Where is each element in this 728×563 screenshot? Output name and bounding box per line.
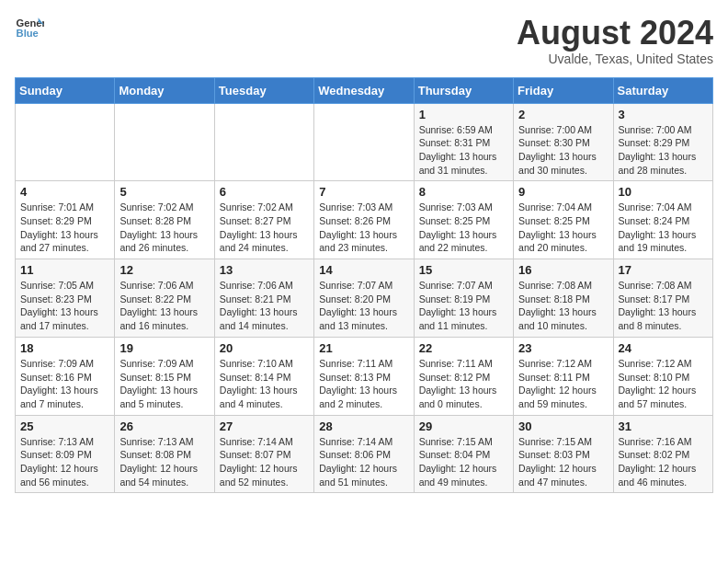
- day-number: 6: [220, 185, 309, 199]
- day-info: Sunrise: 7:14 AM Sunset: 8:07 PM Dayligh…: [220, 435, 309, 489]
- day-info: Sunrise: 7:12 AM Sunset: 8:11 PM Dayligh…: [518, 357, 608, 411]
- day-number: 27: [220, 419, 309, 433]
- calendar-cell: 26Sunrise: 7:13 AM Sunset: 8:08 PM Dayli…: [115, 415, 214, 493]
- day-number: 4: [20, 185, 109, 199]
- day-number: 5: [119, 185, 209, 199]
- logo: General Blue: [15, 15, 44, 40]
- calendar-cell: 4Sunrise: 7:01 AM Sunset: 8:29 PM Daylig…: [16, 181, 115, 259]
- calendar-cell: 16Sunrise: 7:08 AM Sunset: 8:18 PM Dayli…: [514, 259, 613, 338]
- day-info: Sunrise: 7:05 AM Sunset: 8:23 PM Dayligh…: [20, 279, 109, 333]
- day-number: 7: [319, 185, 408, 199]
- logo-icon: General Blue: [15, 15, 44, 40]
- calendar-week-2: 4Sunrise: 7:01 AM Sunset: 8:29 PM Daylig…: [16, 181, 713, 259]
- location: Uvalde, Texas, United States: [517, 52, 713, 66]
- calendar-week-4: 18Sunrise: 7:09 AM Sunset: 8:16 PM Dayli…: [16, 337, 713, 415]
- calendar-cell: 29Sunrise: 7:15 AM Sunset: 8:04 PM Dayli…: [414, 415, 513, 493]
- calendar-cell: [115, 103, 214, 181]
- calendar-table: SundayMondayTuesdayWednesdayThursdayFrid…: [15, 77, 713, 494]
- day-number: 29: [419, 419, 508, 433]
- day-number: 9: [518, 185, 608, 199]
- calendar-cell: 11Sunrise: 7:05 AM Sunset: 8:23 PM Dayli…: [16, 259, 115, 338]
- calendar-cell: 23Sunrise: 7:12 AM Sunset: 8:11 PM Dayli…: [514, 337, 613, 415]
- calendar-cell: 9Sunrise: 7:04 AM Sunset: 8:25 PM Daylig…: [514, 181, 613, 259]
- day-number: 21: [319, 341, 408, 355]
- calendar-cell: 19Sunrise: 7:09 AM Sunset: 8:15 PM Dayli…: [115, 337, 214, 415]
- calendar-cell: 12Sunrise: 7:06 AM Sunset: 8:22 PM Dayli…: [115, 259, 214, 338]
- calendar-cell: 10Sunrise: 7:04 AM Sunset: 8:24 PM Dayli…: [613, 181, 712, 259]
- day-info: Sunrise: 7:10 AM Sunset: 8:14 PM Dayligh…: [220, 357, 309, 411]
- day-info: Sunrise: 7:15 AM Sunset: 8:03 PM Dayligh…: [518, 435, 608, 489]
- calendar-cell: 28Sunrise: 7:14 AM Sunset: 8:06 PM Dayli…: [314, 415, 414, 493]
- day-info: Sunrise: 7:03 AM Sunset: 8:25 PM Dayligh…: [419, 201, 508, 255]
- day-info: Sunrise: 7:11 AM Sunset: 8:12 PM Dayligh…: [419, 357, 508, 411]
- calendar-cell: [314, 103, 414, 181]
- calendar-cell: 24Sunrise: 7:12 AM Sunset: 8:10 PM Dayli…: [613, 337, 712, 415]
- calendar-cell: 13Sunrise: 7:06 AM Sunset: 8:21 PM Dayli…: [214, 259, 313, 338]
- day-info: Sunrise: 7:08 AM Sunset: 8:18 PM Dayligh…: [518, 279, 608, 333]
- day-number: 19: [119, 341, 209, 355]
- day-number: 25: [20, 419, 109, 433]
- day-info: Sunrise: 7:07 AM Sunset: 8:19 PM Dayligh…: [419, 279, 508, 333]
- day-info: Sunrise: 7:03 AM Sunset: 8:26 PM Dayligh…: [319, 201, 408, 255]
- calendar-cell: 27Sunrise: 7:14 AM Sunset: 8:07 PM Dayli…: [214, 415, 313, 493]
- day-number: 22: [419, 341, 508, 355]
- col-header-monday: Monday: [115, 77, 214, 103]
- day-info: Sunrise: 7:16 AM Sunset: 8:02 PM Dayligh…: [619, 435, 708, 489]
- day-info: Sunrise: 7:06 AM Sunset: 8:21 PM Dayligh…: [220, 279, 309, 333]
- calendar-week-3: 11Sunrise: 7:05 AM Sunset: 8:23 PM Dayli…: [16, 259, 713, 338]
- day-number: 14: [319, 263, 408, 277]
- calendar-cell: 2Sunrise: 7:00 AM Sunset: 8:30 PM Daylig…: [514, 103, 613, 181]
- calendar-header: SundayMondayTuesdayWednesdayThursdayFrid…: [16, 77, 713, 103]
- day-info: Sunrise: 7:02 AM Sunset: 8:27 PM Dayligh…: [220, 201, 309, 255]
- day-number: 2: [518, 108, 608, 121]
- calendar-cell: 5Sunrise: 7:02 AM Sunset: 8:28 PM Daylig…: [115, 181, 214, 259]
- calendar-cell: 31Sunrise: 7:16 AM Sunset: 8:02 PM Dayli…: [613, 415, 712, 493]
- day-number: 13: [220, 263, 309, 277]
- calendar-body: 1Sunrise: 6:59 AM Sunset: 8:31 PM Daylig…: [16, 103, 713, 493]
- day-number: 10: [619, 185, 708, 199]
- calendar-cell: 18Sunrise: 7:09 AM Sunset: 8:16 PM Dayli…: [16, 337, 115, 415]
- calendar-cell: 17Sunrise: 7:08 AM Sunset: 8:17 PM Dayli…: [613, 259, 712, 338]
- day-info: Sunrise: 7:09 AM Sunset: 8:16 PM Dayligh…: [20, 357, 109, 411]
- day-number: 28: [319, 419, 408, 433]
- day-number: 24: [619, 341, 708, 355]
- title-block: August 2024 Uvalde, Texas, United States: [517, 15, 713, 66]
- month-title: August 2024: [517, 15, 713, 52]
- day-number: 26: [119, 419, 209, 433]
- col-header-tuesday: Tuesday: [214, 77, 313, 103]
- day-info: Sunrise: 7:13 AM Sunset: 8:09 PM Dayligh…: [20, 435, 109, 489]
- svg-text:Blue: Blue: [17, 28, 39, 39]
- calendar-cell: 7Sunrise: 7:03 AM Sunset: 8:26 PM Daylig…: [314, 181, 414, 259]
- day-number: 8: [419, 185, 508, 199]
- day-info: Sunrise: 7:12 AM Sunset: 8:10 PM Dayligh…: [619, 357, 708, 411]
- calendar-cell: 1Sunrise: 6:59 AM Sunset: 8:31 PM Daylig…: [414, 103, 513, 181]
- col-header-thursday: Thursday: [414, 77, 513, 103]
- day-info: Sunrise: 7:07 AM Sunset: 8:20 PM Dayligh…: [319, 279, 408, 333]
- day-number: 17: [619, 263, 708, 277]
- calendar-week-1: 1Sunrise: 6:59 AM Sunset: 8:31 PM Daylig…: [16, 103, 713, 181]
- day-number: 23: [518, 341, 608, 355]
- day-info: Sunrise: 7:06 AM Sunset: 8:22 PM Dayligh…: [119, 279, 209, 333]
- day-number: 31: [619, 419, 708, 433]
- col-header-friday: Friday: [514, 77, 613, 103]
- day-number: 15: [419, 263, 508, 277]
- calendar-cell: 21Sunrise: 7:11 AM Sunset: 8:13 PM Dayli…: [314, 337, 414, 415]
- col-header-wednesday: Wednesday: [314, 77, 414, 103]
- day-info: Sunrise: 7:04 AM Sunset: 8:24 PM Dayligh…: [619, 201, 708, 255]
- calendar-cell: 6Sunrise: 7:02 AM Sunset: 8:27 PM Daylig…: [214, 181, 313, 259]
- day-info: Sunrise: 7:14 AM Sunset: 8:06 PM Dayligh…: [319, 435, 408, 489]
- calendar-cell: 15Sunrise: 7:07 AM Sunset: 8:19 PM Dayli…: [414, 259, 513, 338]
- calendar-cell: 22Sunrise: 7:11 AM Sunset: 8:12 PM Dayli…: [414, 337, 513, 415]
- calendar-cell: 25Sunrise: 7:13 AM Sunset: 8:09 PM Dayli…: [16, 415, 115, 493]
- calendar-cell: 20Sunrise: 7:10 AM Sunset: 8:14 PM Dayli…: [214, 337, 313, 415]
- day-info: Sunrise: 7:11 AM Sunset: 8:13 PM Dayligh…: [319, 357, 408, 411]
- day-number: 18: [20, 341, 109, 355]
- col-header-saturday: Saturday: [613, 77, 712, 103]
- day-info: Sunrise: 7:13 AM Sunset: 8:08 PM Dayligh…: [119, 435, 209, 489]
- day-info: Sunrise: 7:15 AM Sunset: 8:04 PM Dayligh…: [419, 435, 508, 489]
- day-info: Sunrise: 7:00 AM Sunset: 8:29 PM Dayligh…: [619, 123, 708, 178]
- day-number: 30: [518, 419, 608, 433]
- day-number: 20: [220, 341, 309, 355]
- calendar-cell: 3Sunrise: 7:00 AM Sunset: 8:29 PM Daylig…: [613, 103, 712, 181]
- calendar-week-5: 25Sunrise: 7:13 AM Sunset: 8:09 PM Dayli…: [16, 415, 713, 493]
